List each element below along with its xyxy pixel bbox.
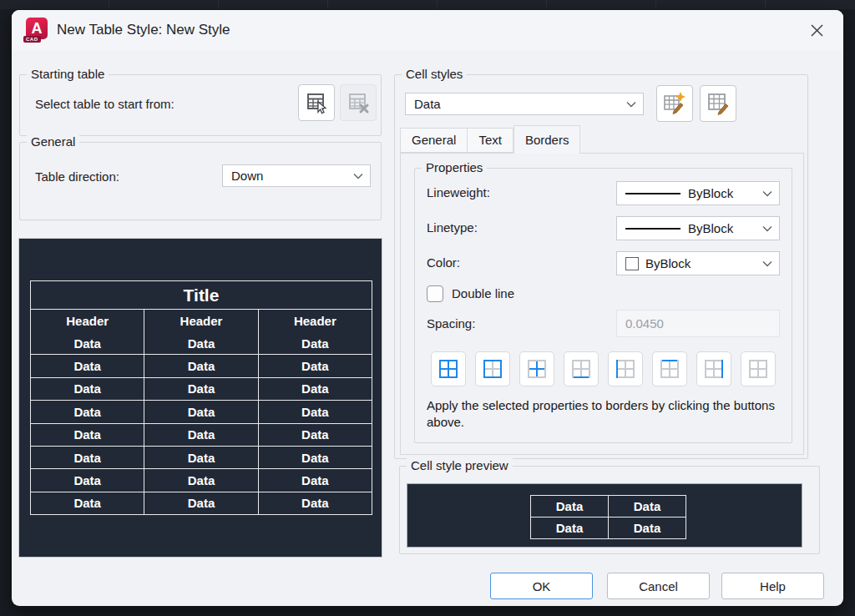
remove-starting-table-button <box>340 84 377 121</box>
linetype-line-sample <box>625 228 680 230</box>
select-table-label: Select table to start from: <box>35 97 175 111</box>
color-dropdown[interactable]: ByBlock <box>616 251 780 275</box>
no-borders-button[interactable] <box>741 351 776 386</box>
ok-button[interactable]: OK <box>490 573 593 599</box>
bottom-border-icon <box>569 357 593 381</box>
preview-data-rows: DataDataDataDataDataDataDataDataDataData… <box>31 332 372 514</box>
preview-data-row: DataDataData <box>31 332 372 354</box>
preview-data-cell: Data <box>31 469 144 491</box>
title-bar: A CAD New Table Style: New Style <box>12 10 843 50</box>
table-direction-value: Down <box>231 169 263 183</box>
inside-borders-button[interactable] <box>519 351 554 386</box>
cell-style-value: Data <box>414 97 441 111</box>
cell-style-preview-box: DataDataDataData <box>407 483 802 548</box>
chevron-down-icon <box>762 190 772 197</box>
top-border-button[interactable] <box>652 351 687 386</box>
left-border-button[interactable] <box>608 351 643 386</box>
cell-style-preview-row: DataData <box>531 517 686 538</box>
tab-general[interactable]: General <box>400 128 468 153</box>
right-border-icon <box>702 357 726 381</box>
preview-data-row: DataDataData <box>31 377 372 400</box>
border-buttons-row <box>431 351 776 386</box>
lineweight-value: ByBlock <box>688 186 733 200</box>
linetype-label: Linetype: <box>427 220 478 235</box>
tab-text[interactable]: Text <box>468 128 514 153</box>
manage-cell-styles-icon <box>706 91 731 116</box>
dialog-title: New Table Style: New Style <box>57 22 230 38</box>
cell-styles-group: Cell styles Data <box>394 74 808 459</box>
preview-header-cell: Header <box>31 310 144 332</box>
no-borders-icon <box>746 357 770 381</box>
left-border-icon <box>614 357 637 381</box>
cell-style-preview-group: Cell style preview DataDataDataData <box>399 466 820 554</box>
preview-data-cell: Data <box>144 378 257 400</box>
new-cell-style-icon <box>662 91 687 116</box>
select-table-button[interactable] <box>298 84 335 121</box>
cell-style-preview-row: DataData <box>531 496 686 517</box>
properties-group: Properties Lineweight: ByBlock Linetype:… <box>414 168 792 443</box>
preview-data-cell: Data <box>258 378 372 400</box>
close-button[interactable] <box>805 18 828 42</box>
linetype-value: ByBlock <box>688 221 733 235</box>
autocad-app-icon: A CAD <box>23 18 48 43</box>
preview-data-row: DataDataData <box>31 468 372 491</box>
chevron-down-icon <box>353 173 363 179</box>
preview-data-cell: Data <box>144 401 257 422</box>
linetype-dropdown[interactable]: ByBlock <box>616 216 780 240</box>
color-label: Color: <box>427 255 460 270</box>
preview-data-cell: Data <box>258 492 372 514</box>
lineweight-dropdown[interactable]: ByBlock <box>616 181 780 205</box>
lineweight-label: Lineweight: <box>427 185 490 199</box>
starting-table-group-label: Starting table <box>27 67 109 81</box>
preview-title-row: Title <box>31 281 372 309</box>
right-border-button[interactable] <box>696 351 731 386</box>
autocad-icon-sub: CAD <box>23 36 41 43</box>
cell-style-preview-cell: Data <box>531 496 608 517</box>
preview-data-cell: Data <box>31 447 144 468</box>
select-table-icon <box>305 91 328 114</box>
preview-data-cell: Data <box>31 332 144 354</box>
table-style-preview: Title HeaderHeaderHeader DataDataDataDat… <box>18 238 382 558</box>
preview-data-cell: Data <box>31 378 144 400</box>
properties-group-label: Properties <box>422 160 487 174</box>
bottom-border-button[interactable] <box>564 351 599 386</box>
starting-table-group: Starting table Select table to start fro… <box>19 74 382 136</box>
general-group-label: General <box>27 134 79 149</box>
preview-data-cell: Data <box>258 424 372 446</box>
close-icon <box>810 23 824 38</box>
tab-borders[interactable]: Borders <box>514 125 581 154</box>
preview-data-cell: Data <box>31 492 144 514</box>
manage-cell-styles-button[interactable] <box>700 85 736 122</box>
table-direction-label: Table direction: <box>35 169 119 184</box>
cell-styles-tabs: GeneralTextBorders <box>400 126 580 153</box>
double-line-label: Double line <box>452 286 514 300</box>
preview-data-cell: Data <box>144 469 257 491</box>
color-value: ByBlock <box>645 256 691 270</box>
table-direction-dropdown[interactable]: Down <box>222 164 371 187</box>
spacing-input <box>616 310 780 337</box>
create-cell-style-button[interactable] <box>656 85 693 122</box>
cell-style-dropdown[interactable]: Data <box>405 93 644 115</box>
preview-data-cell: Data <box>144 492 257 514</box>
preview-data-cell: Data <box>144 447 257 468</box>
preview-data-cell: Data <box>31 424 144 446</box>
outside-borders-button[interactable] <box>475 351 510 386</box>
preview-table: Title HeaderHeaderHeader DataDataDataDat… <box>30 280 372 515</box>
preview-header-cell: Header <box>258 310 372 332</box>
help-button[interactable]: Help <box>721 573 824 599</box>
color-swatch <box>625 257 639 270</box>
double-line-checkbox[interactable] <box>427 285 443 302</box>
chevron-down-icon <box>762 260 772 267</box>
cell-styles-group-label: Cell styles <box>402 67 467 81</box>
all-borders-button[interactable] <box>431 351 466 386</box>
preview-title-cell: Title <box>31 281 372 309</box>
preview-data-row: DataDataData <box>31 492 372 514</box>
preview-data-cell: Data <box>258 401 372 422</box>
preview-data-row: DataDataData <box>31 423 372 446</box>
preview-data-row: DataDataData <box>31 446 372 468</box>
preview-data-cell: Data <box>144 332 257 354</box>
all-borders-icon <box>437 357 460 381</box>
cancel-button[interactable]: Cancel <box>607 573 710 599</box>
preview-data-cell: Data <box>144 355 257 376</box>
cell-style-preview-label: Cell style preview <box>407 458 513 472</box>
